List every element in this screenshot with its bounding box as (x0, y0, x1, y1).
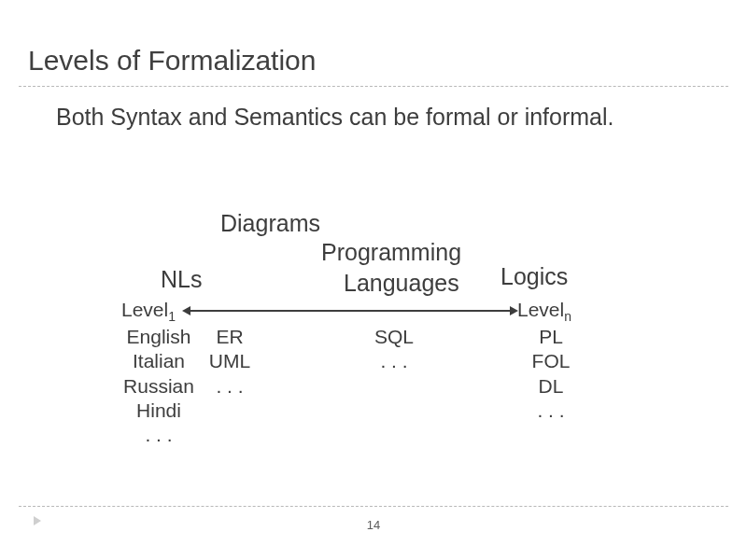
column-diagrams: ER UML . . . (202, 325, 258, 399)
list-item: DL (523, 374, 579, 399)
label-diagrams: Diagrams (220, 210, 320, 237)
level-left: Level1 (121, 299, 176, 324)
slide: Levels of Formalization Both Syntax and … (0, 0, 747, 560)
axis-arrow (189, 310, 512, 312)
label-languages: Languages (344, 270, 459, 297)
list-item: . . . (202, 374, 258, 399)
diagram-area: Diagrams NLs Programming Languages Logic… (0, 0, 747, 560)
list-item: UML (202, 349, 258, 373)
list-item: SQL (366, 325, 422, 349)
list-item: Italian (121, 349, 196, 373)
label-logics: Logics (500, 263, 568, 290)
list-item: English (121, 325, 196, 349)
level-right: Leveln (517, 299, 571, 324)
list-item: . . . (523, 399, 579, 423)
level-left-base: Level (121, 299, 168, 320)
label-nls: NLs (161, 266, 202, 293)
level-right-sub: n (564, 309, 571, 324)
level-right-base: Level (517, 299, 564, 320)
column-logics: PL FOL DL . . . (523, 325, 579, 423)
label-programming: Programming (321, 239, 461, 266)
column-nls: English Italian Russian Hindi . . . (121, 325, 196, 447)
divider-bottom (19, 506, 728, 507)
list-item: . . . (366, 349, 422, 373)
page-number: 14 (0, 518, 747, 532)
level-left-sub: 1 (168, 309, 176, 324)
list-item: Hindi (121, 399, 196, 423)
column-programming: SQL . . . (366, 325, 422, 374)
list-item: FOL (523, 349, 579, 373)
list-item: . . . (121, 423, 196, 447)
list-item: Russian (121, 374, 196, 399)
list-item: PL (523, 325, 579, 349)
list-item: ER (202, 325, 258, 349)
